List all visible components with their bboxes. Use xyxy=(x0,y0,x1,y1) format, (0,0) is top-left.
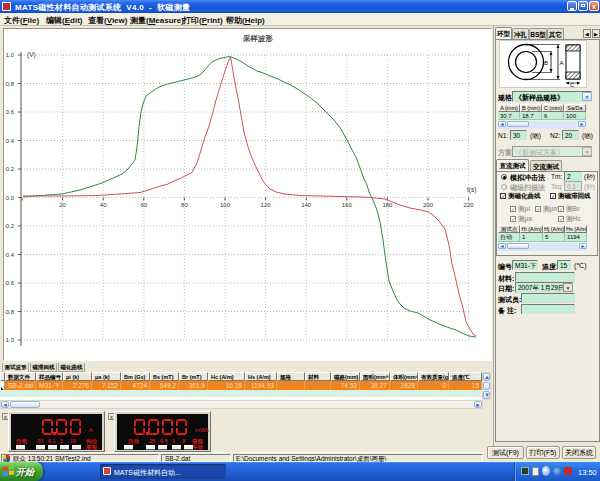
svg-text:B: B xyxy=(544,60,548,66)
svg-text:A: A xyxy=(560,60,564,66)
svg-text:C: C xyxy=(570,82,574,88)
